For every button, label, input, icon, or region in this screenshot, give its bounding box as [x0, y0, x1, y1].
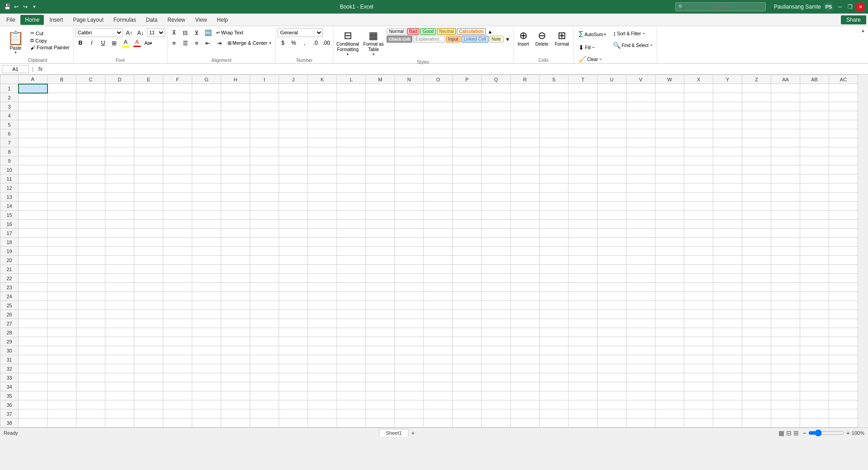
cell-Y19[interactable]	[713, 247, 742, 256]
cell-S20[interactable]	[540, 256, 569, 265]
cell-I36[interactable]	[250, 400, 279, 409]
cell-C32[interactable]	[76, 364, 105, 373]
cell-J21[interactable]	[279, 265, 308, 274]
cell-U29[interactable]	[598, 337, 626, 346]
cell-I1[interactable]	[250, 84, 279, 93]
cell-L20[interactable]	[337, 256, 366, 265]
cell-R30[interactable]	[511, 346, 540, 355]
cell-H2[interactable]	[221, 93, 250, 102]
cell-Q34[interactable]	[482, 382, 511, 391]
cell-L29[interactable]	[337, 337, 366, 346]
cell-K1[interactable]	[308, 84, 337, 93]
cell-D34[interactable]	[105, 382, 134, 391]
cell-H26[interactable]	[221, 310, 250, 319]
fill-button[interactable]: ⬇ Fill ~	[576, 42, 609, 53]
row-num-13[interactable]: 13	[0, 193, 19, 202]
cell-E21[interactable]	[134, 265, 163, 274]
cell-F7[interactable]	[163, 138, 192, 147]
cell-A32[interactable]	[19, 364, 47, 373]
cell-S36[interactable]	[540, 400, 569, 409]
cell-R28[interactable]	[511, 328, 540, 337]
cell-H17[interactable]	[221, 229, 250, 238]
cell-R34[interactable]	[511, 382, 540, 391]
cell-K9[interactable]	[308, 156, 337, 165]
cell-G6[interactable]	[192, 129, 221, 138]
cell-M2[interactable]	[366, 93, 395, 102]
cell-I5[interactable]	[250, 120, 279, 129]
cell-AB30[interactable]	[800, 346, 829, 355]
cell-I38[interactable]	[250, 418, 279, 428]
cell-Z32[interactable]	[742, 364, 771, 373]
cell-L19[interactable]	[337, 247, 366, 256]
add-sheet-button[interactable]: +	[408, 428, 417, 437]
cell-H5[interactable]	[221, 120, 250, 129]
cell-M23[interactable]	[366, 283, 395, 292]
cell-M22[interactable]	[366, 274, 395, 283]
cell-N2[interactable]	[395, 93, 424, 102]
cell-E2[interactable]	[134, 93, 163, 102]
cell-F33[interactable]	[163, 373, 192, 382]
cell-W13[interactable]	[655, 193, 684, 202]
cell-V10[interactable]	[626, 165, 655, 174]
cell-R23[interactable]	[511, 283, 540, 292]
cell-Q17[interactable]	[482, 229, 511, 238]
style-check-cell[interactable]: Check Cell	[387, 36, 412, 42]
cell-AC28[interactable]	[829, 328, 858, 337]
cell-I22[interactable]	[250, 274, 279, 283]
cell-G38[interactable]	[192, 418, 221, 428]
cell-M30[interactable]	[366, 346, 395, 355]
row-num-19[interactable]: 19	[0, 247, 19, 256]
cell-G19[interactable]	[192, 247, 221, 256]
cell-H3[interactable]	[221, 102, 250, 111]
cell-O13[interactable]	[424, 193, 453, 202]
cell-D14[interactable]	[105, 202, 134, 211]
cell-B29[interactable]	[47, 337, 76, 346]
cell-B15[interactable]	[47, 211, 76, 220]
cell-B10[interactable]	[47, 165, 76, 174]
align-center-button[interactable]: ☰	[180, 38, 190, 47]
cell-X21[interactable]	[684, 265, 713, 274]
cell-B18[interactable]	[47, 238, 76, 247]
cell-U10[interactable]	[598, 165, 626, 174]
cell-U12[interactable]	[598, 183, 626, 193]
cell-C38[interactable]	[76, 418, 105, 428]
cell-D28[interactable]	[105, 328, 134, 337]
cell-X10[interactable]	[684, 165, 713, 174]
cell-R22[interactable]	[511, 274, 540, 283]
cell-I6[interactable]	[250, 129, 279, 138]
font-family-select[interactable]: Calibri	[76, 28, 123, 37]
cell-O19[interactable]	[424, 247, 453, 256]
cell-AB29[interactable]	[800, 337, 829, 346]
cell-K36[interactable]	[308, 400, 337, 409]
ribbon-expand-button[interactable]: ▲	[861, 28, 865, 33]
percent-button[interactable]: %	[289, 38, 299, 47]
row-num-6[interactable]: 6	[0, 129, 19, 138]
cell-Y32[interactable]	[713, 364, 742, 373]
cell-A10[interactable]	[19, 165, 47, 174]
cell-U15[interactable]	[598, 211, 626, 220]
cell-O32[interactable]	[424, 364, 453, 373]
cell-P15[interactable]	[453, 211, 482, 220]
cell-S34[interactable]	[540, 382, 569, 391]
cell-AB34[interactable]	[800, 382, 829, 391]
cell-Q6[interactable]	[482, 129, 511, 138]
cell-AB14[interactable]	[800, 202, 829, 211]
cell-K24[interactable]	[308, 292, 337, 301]
cell-C12[interactable]	[76, 183, 105, 193]
cell-O20[interactable]	[424, 256, 453, 265]
cell-S37[interactable]	[540, 409, 569, 418]
cell-AA35[interactable]	[771, 391, 800, 400]
cell-F3[interactable]	[163, 102, 192, 111]
cell-Y7[interactable]	[713, 138, 742, 147]
menu-formulas[interactable]: Formulas	[109, 15, 141, 25]
close-btn[interactable]: ✕	[856, 3, 864, 11]
cell-K21[interactable]	[308, 265, 337, 274]
cell-T16[interactable]	[569, 220, 598, 229]
cell-D9[interactable]	[105, 156, 134, 165]
cell-B35[interactable]	[47, 391, 76, 400]
row-num-26[interactable]: 26	[0, 310, 19, 319]
cell-AC9[interactable]	[829, 156, 858, 165]
cell-I16[interactable]	[250, 220, 279, 229]
cell-AB28[interactable]	[800, 328, 829, 337]
cell-AB31[interactable]	[800, 355, 829, 364]
